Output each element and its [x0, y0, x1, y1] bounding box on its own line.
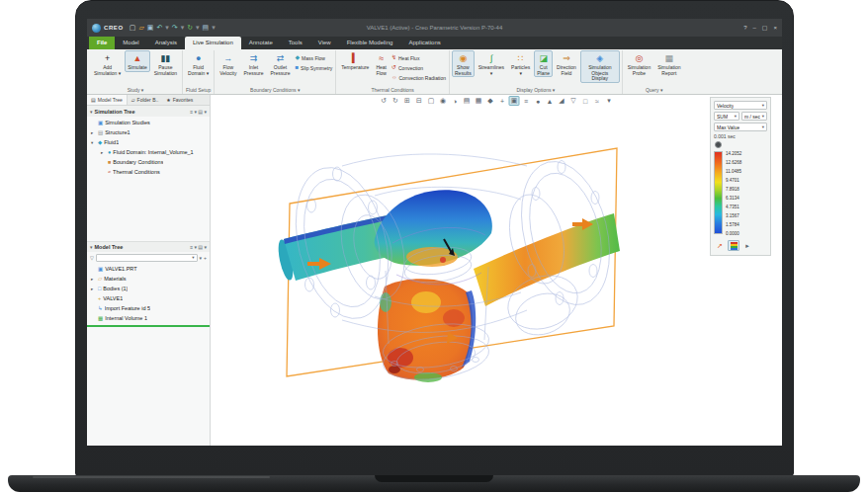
tab-analysis[interactable]: Analysis — [147, 37, 185, 49]
cut-plane-button[interactable]: ◪Cut Plane — [534, 50, 553, 77]
datum-point-display-icon[interactable]: ◆ — [485, 96, 496, 106]
animation-stop-button[interactable] — [715, 141, 722, 148]
result-quantity-select[interactable]: Velocity ▾ — [714, 101, 767, 110]
named-views-icon[interactable]: ▢ — [426, 96, 437, 106]
simulation-probe-button[interactable]: ◎Simulation Probe — [625, 50, 653, 77]
help-button[interactable]: ? — [743, 24, 746, 32]
expander-icon[interactable]: ▸ — [91, 277, 96, 282]
outlet-pressure-button[interactable]: ⇄Outlet Pressure — [267, 50, 293, 77]
add-simulation-button[interactable]: +Add Simulation ▾ — [91, 50, 124, 77]
fluid-domain-button[interactable]: ●Fluid Domain ▾ — [185, 50, 212, 77]
result-units-select[interactable]: m / sec ▾ — [741, 112, 767, 121]
graphics-options-icon[interactable]: ≈ — [592, 96, 603, 106]
annotation-display-icon[interactable]: ≡ — [521, 96, 532, 106]
sim-tree-item-simulation-studies[interactable]: ▣ Simulation Studies — [87, 118, 210, 127]
open-file-icon[interactable]: ▱ — [138, 24, 143, 32]
save-icon[interactable]: ▣ — [147, 24, 154, 32]
group-title-query[interactable]: Query ▾ — [625, 86, 684, 94]
perspective-icon[interactable]: ▲ — [545, 96, 556, 106]
graphics-viewport[interactable]: ↺↻⊞⊟▢◉◑▤▦◆+▣≡●▲◢▽□≈▾ — [211, 95, 782, 446]
datum-plane-display-icon[interactable]: ▤ — [462, 96, 473, 106]
insert-here-locator[interactable] — [87, 325, 210, 327]
group-title-boundary-conditions[interactable]: Boundary Conditions ▾ — [217, 86, 333, 94]
simulation-objects-display-button[interactable]: ◈Simulation Objects Display — [580, 50, 620, 83]
convection-button[interactable]: ↺Convection — [391, 63, 447, 72]
simulate-button[interactable]: ▲Simulate — [125, 50, 149, 72]
pause-simulation-button[interactable]: ▮▮Pause Simulation — [151, 50, 180, 77]
model-tree-item-internal-volume-1[interactable]: ▦ Internal Volume 1 — [87, 313, 210, 323]
shading-icon[interactable]: ● — [533, 96, 544, 106]
sim-tree-item-thermal-conditions[interactable]: ≈ Thermal Conditions — [87, 167, 210, 177]
tab-tools[interactable]: Tools — [281, 37, 310, 49]
particles-button[interactable]: ∷Particles ▾ — [508, 50, 533, 77]
window-display-icon[interactable]: □ — [580, 96, 591, 106]
chevron-down-icon[interactable]: ▾ — [192, 255, 194, 260]
expander-icon[interactable]: ▸ — [101, 150, 106, 155]
model-tree-item-valve1-prt[interactable]: ▣ VALVE1.PRT — [87, 264, 210, 274]
convection-radiation-button[interactable]: ☼Convection Radiation — [391, 73, 447, 82]
navigator-tab-favorites[interactable]: ★ Favorites — [162, 95, 197, 105]
3d-valve-scene[interactable] — [224, 109, 719, 405]
tab-annotate[interactable]: Annotate — [241, 37, 281, 49]
sim-tree-item-structure1[interactable]: ▸ ▤ Structure1 — [87, 127, 210, 137]
model-tree-tools[interactable]: ≡ ▾ ▤ ▾ — [190, 244, 207, 250]
maximize-button[interactable]: ▢ — [762, 24, 768, 32]
orientation-icon[interactable]: ◢ — [557, 96, 567, 106]
model-tree-item-bodies[interactable]: ▸ □ Bodies (1) — [87, 284, 210, 293]
sketch-view-icon[interactable]: ▽ — [568, 96, 579, 106]
tab-live-simulation[interactable]: Live Simulation — [185, 37, 241, 49]
navigator-tab-folder-browser[interactable]: ▱ Folder B.. — [128, 95, 163, 105]
sim-tree-item-fluid-domain[interactable]: ▸ ● Fluid Domain: Internal_Volume_1 — [87, 147, 210, 157]
flow-velocity-button[interactable]: →Flow Velocity — [217, 50, 239, 77]
expander-icon[interactable]: ▸ — [91, 130, 96, 135]
expander-icon[interactable]: ▸ — [91, 287, 96, 291]
add-filter-button[interactable]: + — [204, 255, 207, 261]
redo-menu-icon[interactable]: ▾ — [181, 24, 185, 32]
spin-center-icon[interactable]: ◉ — [438, 96, 449, 106]
collapse-icon[interactable]: ▾ — [90, 109, 93, 115]
csys-display-icon[interactable]: + — [497, 96, 508, 106]
undo-icon[interactable]: ↶ — [156, 24, 162, 32]
temperature-button[interactable]: ▍Temperature — [338, 50, 372, 72]
repaint-icon[interactable]: ↻ — [391, 96, 401, 106]
tab-file[interactable]: File — [89, 37, 115, 49]
undo-menu-icon[interactable]: ▾ — [165, 24, 169, 32]
direction-field-button[interactable]: ⇒Direction Field — [554, 50, 579, 77]
datum-grid-display-icon[interactable]: ▦ — [474, 96, 484, 106]
close-button[interactable]: × — [773, 24, 777, 32]
windows-icon[interactable]: ▤ — [203, 24, 210, 32]
show-results-button[interactable]: ◉Show Results — [452, 50, 475, 77]
sim-tree-item-fluid1[interactable]: ▾ ◆ Fluid1 — [87, 137, 210, 147]
model-tree-filter-input[interactable]: ▾ — [96, 254, 198, 262]
more-options-icon[interactable]: ▾ — [604, 96, 615, 106]
legend-display-button[interactable] — [728, 240, 739, 251]
tab-applications[interactable]: Applications — [400, 37, 448, 49]
regenerate-menu-icon[interactable]: ▾ — [196, 24, 200, 32]
group-title-study[interactable]: Study ▾ — [91, 86, 180, 94]
new-file-icon[interactable]: ▢ — [130, 24, 136, 32]
cut-plane-toggle-icon[interactable]: ▣ — [509, 96, 520, 106]
redo-icon[interactable]: ↷ — [172, 24, 178, 32]
navigator-tab-model-tree[interactable]: ▤ Model Tree — [87, 95, 128, 105]
heat-flow-button[interactable]: ≈Heat Flow — [373, 50, 390, 77]
model-tree-item-materials[interactable]: ▸ ▱ Materials — [87, 274, 210, 284]
probe-display-button[interactable]: ▸ — [741, 240, 753, 251]
regenerate-icon[interactable]: ↻ — [187, 24, 193, 32]
minimize-button[interactable]: – — [752, 24, 755, 32]
group-title-display-options[interactable]: Display Options ▾ — [452, 86, 620, 94]
slip-symmetry-button[interactable]: ■Slip Symmetry — [294, 63, 333, 72]
simulation-tree-tools[interactable]: ≡ ▾ ▤ ▾ — [190, 109, 207, 115]
vector-display-button[interactable]: ↗ — [714, 240, 726, 251]
model-tree-item-import-feature[interactable]: ↳ Import Feature id 5 — [87, 303, 210, 313]
zoom-out-icon[interactable]: ⊟ — [414, 96, 425, 106]
mass-flow-button[interactable]: ◆Mass Flow — [294, 53, 333, 62]
tab-flexible-modeling[interactable]: Flexible Modeling — [339, 37, 401, 49]
refit-icon[interactable]: ↺ — [379, 96, 390, 106]
model-tree-item-valve1-csys[interactable]: + VALVE1 — [87, 293, 210, 303]
expander-icon[interactable]: ▾ — [91, 140, 96, 145]
collapse-icon[interactable]: ▾ — [90, 244, 93, 250]
legend-scale-select[interactable]: Max Value ▾ — [714, 123, 767, 131]
inlet-pressure-button[interactable]: ⇉Inlet Pressure — [240, 50, 266, 77]
tab-model[interactable]: Model — [115, 37, 146, 49]
filter-options-button[interactable]: ▾ — [200, 255, 203, 261]
